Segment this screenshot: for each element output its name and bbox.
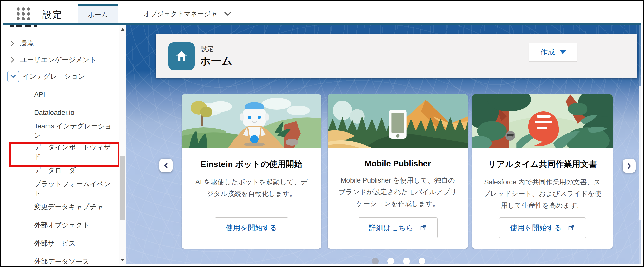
home-icon: [174, 49, 188, 63]
sidebar-item-user-engagement[interactable]: ユーザエンゲージメント: [3, 52, 118, 68]
chevron-right-icon: [10, 40, 14, 47]
scroll-down-button[interactable]: [120, 256, 126, 264]
waffle-icon: [16, 7, 20, 11]
main-scrollbar-thumb[interactable]: [639, 86, 641, 220]
setup-navigation-sidebar: 環境 ユーザエンゲージメント インテグレーション API Dataloader.…: [3, 25, 126, 264]
carousel-previous-button[interactable]: [159, 159, 172, 172]
scroll-up-button[interactable]: [120, 25, 126, 33]
chevron-right-icon: [626, 163, 632, 169]
tab-object-manager-label: オブジェクトマネージャ: [144, 9, 217, 18]
external-link-icon: [568, 224, 575, 232]
card-title: リアルタイム共同作業用文書: [472, 159, 612, 170]
sidebar-item-label: 変更データキャプチャ: [34, 202, 104, 212]
sidebar-item-label: Teams インテグレーション: [34, 121, 118, 140]
tab-home-label: ホーム: [88, 10, 108, 19]
tab-strip-divider: [261, 7, 261, 21]
tab-object-manager[interactable]: オブジェクトマネージャ: [118, 4, 256, 23]
brand-divider-bar: [3, 23, 641, 25]
card-button-label: 使用を開始する: [226, 223, 277, 233]
chevron-right-icon: [10, 56, 14, 63]
sidebar-item-teams-integration[interactable]: Teams インテグレーション: [3, 123, 118, 139]
sidebar-item-api[interactable]: API: [3, 87, 118, 103]
get-started-button[interactable]: 使用を開始する: [215, 217, 288, 238]
create-button[interactable]: 作成: [529, 43, 577, 62]
sidebar-item-label: API: [34, 91, 45, 99]
tab-setup-home[interactable]: ホーム: [78, 4, 118, 23]
sidebar-item-dataloader-io[interactable]: Dataloader.io: [3, 105, 118, 121]
setup-home-tile: [168, 42, 195, 70]
app-name-label: 設定: [42, 9, 63, 21]
carousel-dots: [372, 258, 426, 264]
sidebar-item-label: 外部データソース: [34, 257, 90, 264]
sidebar-item-label: 外部サービス: [34, 239, 76, 248]
setup-home-content: 設定 ホーム 作成: [126, 25, 641, 264]
sidebar-item-change-data-capture[interactable]: 変更データキャプチャ: [3, 199, 118, 215]
promo-card-mobile-publisher: Mobile Publisher Mobile Publisher を使用して、…: [328, 94, 468, 249]
chevron-down-icon: [224, 11, 231, 16]
sidebar-item-label: プラットフォームイベント: [34, 179, 118, 198]
clipped-tree-item: [10, 25, 37, 27]
triangle-down-icon: [120, 259, 124, 262]
sidebar-item-label: 外部オブジェクト: [34, 221, 90, 230]
salesforce-setup-screen: 設定 ホーム オブジェクトマネージャ 環境 ユーザエンゲー: [0, 0, 644, 267]
sidebar-item-label: インテグレーション: [22, 72, 85, 81]
sidebar-item-platform-events[interactable]: プラットフォームイベント: [3, 181, 118, 197]
card-button-label: 詳細はこちら: [369, 223, 414, 233]
promo-card-einstein-bots: Einstein ボットの使用開始 AI を駆使したボットを起動して、デジタル接…: [182, 94, 321, 249]
sidebar-item-label: Dataloader.io: [34, 109, 74, 117]
sidebar-scrollbar[interactable]: [119, 25, 126, 264]
card-description: Salesforce 内で共同作業用の文書、スプレッドシート、およびスライドを使…: [472, 176, 612, 211]
mobile-publisher-illustration: [328, 94, 468, 148]
card-description: Mobile Publisher を使用して、独自のブランドが設定されたモバイル…: [328, 175, 468, 210]
einstein-bot-illustration: [182, 94, 321, 148]
chevron-down-icon: [10, 74, 16, 79]
page-header-card: 設定 ホーム 作成: [156, 34, 638, 78]
card-title: Einstein ボットの使用開始: [182, 159, 321, 170]
main-scrollbar[interactable]: [639, 25, 641, 264]
triangle-up-icon: [120, 28, 124, 31]
chevron-focus-ring: [7, 71, 19, 82]
sidebar-item-data-import-wizard[interactable]: データインポートウィザード: [3, 144, 118, 160]
carousel-dot-1[interactable]: [372, 258, 379, 264]
sidebar-scrollbar-thumb[interactable]: [120, 156, 125, 220]
global-navigation-bar: 設定 ホーム オブジェクトマネージャ: [3, 3, 641, 23]
carousel-dot-3[interactable]: [403, 258, 410, 264]
page-title: ホーム: [200, 54, 232, 68]
carousel-next-button[interactable]: [622, 159, 636, 173]
learn-more-button[interactable]: 詳細はこちら: [358, 217, 438, 238]
caret-down-icon: [560, 50, 566, 54]
sidebar-item-label: データインポートウィザード: [34, 143, 118, 161]
external-link-icon: [419, 224, 427, 232]
sidebar-item-data-loader[interactable]: データローダ: [3, 162, 118, 178]
carousel-dot-4[interactable]: [418, 258, 426, 264]
card-title: Mobile Publisher: [328, 159, 468, 168]
sidebar-item-integrations[interactable]: インテグレーション: [3, 68, 118, 84]
create-button-label: 作成: [540, 47, 555, 57]
carousel-dot-2[interactable]: [388, 258, 394, 264]
promo-card-collaborative-documents: リアルタイム共同作業用文書 Salesforce 内で共同作業用の文書、スプレッ…: [472, 94, 612, 249]
chevron-left-icon: [163, 162, 168, 169]
app-launcher-button[interactable]: [16, 7, 31, 21]
sidebar-item-environments[interactable]: 環境: [3, 35, 118, 52]
card-button-label: 使用を開始する: [510, 223, 562, 233]
sidebar-item-external-objects[interactable]: 外部オブジェクト: [3, 217, 118, 233]
card-description: AI を駆使したボットを起動して、デジタル接続を自動化します。: [182, 176, 321, 200]
page-header-eyebrow: 設定: [200, 44, 214, 53]
sidebar-item-external-services[interactable]: 外部サービス: [3, 235, 118, 252]
sidebar-item-label: データローダ: [34, 166, 76, 175]
collaborative-documents-illustration: [472, 94, 612, 148]
get-started-button[interactable]: 使用を開始する: [499, 217, 586, 238]
sidebar-item-label: 環境: [20, 39, 34, 48]
sidebar-item-external-data-sources[interactable]: 外部データソース: [3, 254, 118, 264]
sidebar-item-label: ユーザエンゲージメント: [20, 55, 96, 64]
